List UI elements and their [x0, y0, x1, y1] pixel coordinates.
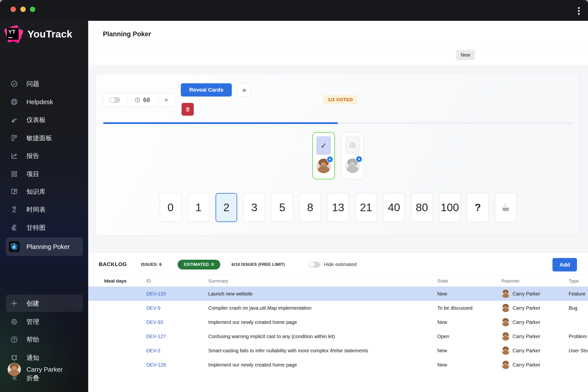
deck-card-value: 8	[307, 201, 313, 214]
helpdesk-icon	[10, 98, 18, 106]
timer-start-button[interactable]	[158, 93, 174, 106]
deck-card-40[interactable]: 40	[383, 193, 405, 222]
voter-card-waiting: ★	[341, 132, 364, 179]
backlog-table-body: DEV-120Launch new websiteNewCarry Parker…	[88, 287, 588, 372]
timer-control-group: 60	[103, 93, 175, 107]
state-cell: New	[437, 315, 447, 329]
deck-card-value: 40	[388, 201, 400, 214]
sidebar-item-label: 仪表板	[26, 116, 46, 124]
column-header-summary: Summary	[208, 275, 228, 287]
add-issue-button[interactable]: Add	[552, 258, 577, 272]
backlog-table-header: Ideal days ID Summary State Reporter Typ…	[88, 275, 588, 287]
dashboards-icon	[10, 116, 18, 124]
sidebar-item-projects[interactable]: 项目	[0, 165, 88, 183]
sidebar-item-knowledge-base[interactable]: 知识库	[0, 182, 88, 201]
deck-card-5[interactable]: 5	[272, 193, 293, 222]
state-cell: To be discussed	[437, 301, 472, 315]
deck-card-value: 100	[440, 201, 459, 214]
minimize-window-button[interactable]	[20, 6, 26, 12]
sidebar-item-label: 问题	[26, 80, 39, 88]
sidebar-item-reports[interactable]: 报告	[0, 147, 88, 165]
issue-id-link[interactable]: DEV-9	[146, 301, 160, 315]
deck-card-value: 0	[167, 201, 174, 214]
reporter-avatar	[502, 290, 510, 298]
play-icon	[163, 97, 170, 103]
skip-button[interactable]: »	[238, 83, 251, 96]
planning-poker-app-icon	[9, 241, 20, 252]
double-chevron-right-icon: »	[242, 86, 246, 94]
summary-cell: Compiler crash on java.util.Map implemen…	[208, 301, 312, 315]
sidebar-item-help[interactable]: ? 帮助	[0, 330, 88, 349]
vote-submitted-card: ✓	[316, 136, 331, 155]
deck-card-☕[interactable]: ☕	[495, 193, 516, 222]
youtrack-logo[interactable]: YT YouTrack	[4, 24, 72, 44]
reporter-cell: Carry Parker	[512, 344, 540, 358]
backlog-row-DEV-2[interactable]: DEV-2Smart-casting fails to infer nullab…	[88, 344, 588, 358]
page-title: Planning Poker	[103, 30, 151, 38]
create-button[interactable]: 创建	[6, 294, 83, 312]
window-titlebar	[0, 0, 588, 21]
voting-progress-bar	[103, 122, 572, 124]
issue-id-link[interactable]: DEV-93	[146, 315, 163, 329]
deck-card-0[interactable]: 0	[160, 193, 181, 222]
timer-toggle[interactable]	[110, 97, 120, 103]
free-limit-label: 6/10 ISSUES (FREE LIMIT)	[232, 262, 285, 267]
voter-card-voted: ✓ ★	[312, 132, 335, 179]
sidebar-item-admin[interactable]: 管理	[0, 312, 88, 331]
hide-estimated-toggle[interactable]	[309, 262, 320, 268]
backlog-title: BACKLOG	[99, 261, 127, 268]
gantt-icon	[10, 224, 18, 232]
sidebar-item-label: 管理	[26, 318, 39, 326]
issue-id-link[interactable]: DEV-2	[146, 344, 160, 358]
backlog-row-DEV-9[interactable]: DEV-9Compiler crash on java.util.Map imp…	[88, 301, 588, 315]
deck-card-value: 5	[279, 201, 285, 214]
issue-id-link[interactable]: DEV-127	[146, 329, 166, 344]
sidebar-item-label: 报告	[26, 152, 39, 160]
zoom-window-button[interactable]	[30, 6, 35, 12]
moderator-star-badge: ★	[326, 156, 333, 163]
issues-icon	[10, 80, 18, 88]
timer-seconds-value[interactable]: 60	[143, 97, 150, 103]
backlog-row-DEV-127[interactable]: DEV-127Confusing warning implicit cast t…	[88, 329, 588, 344]
backlog-row-DEV-128[interactable]: DEV-128Implement our newly created home …	[88, 358, 588, 372]
deck-card-21[interactable]: 21	[355, 193, 377, 222]
delete-button[interactable]	[182, 103, 194, 116]
close-window-button[interactable]	[10, 6, 16, 12]
backlog-row-DEV-93[interactable]: DEV-93Implement our newly created home p…	[88, 315, 588, 329]
deck-card-3[interactable]: 3	[244, 193, 265, 222]
deck-card-value: 2	[223, 201, 229, 214]
deck-card-100[interactable]: 100	[439, 193, 460, 222]
issue-id-link[interactable]: DEV-120	[146, 287, 166, 301]
sidebar-item-planning-poker[interactable]: Planning Poker	[6, 238, 83, 256]
sidebar-item-agile-boards[interactable]: 敏捷面板	[0, 129, 88, 147]
issue-id-link[interactable]: DEV-128	[146, 358, 166, 372]
sidebar-item-dashboards[interactable]: 仪表板	[0, 111, 88, 129]
kebab-menu-icon[interactable]	[576, 6, 582, 17]
deck-card-2[interactable]: 2	[216, 193, 237, 222]
sidebar-item-issues[interactable]: 问题	[0, 75, 88, 93]
backlog-row-DEV-120[interactable]: DEV-120Launch new websiteNewCarry Parker…	[88, 287, 588, 301]
sidebar-item-label: 项目	[26, 170, 39, 178]
deck-card-value: ?	[474, 202, 481, 214]
column-header-id: ID	[146, 275, 151, 287]
gear-icon	[10, 318, 18, 326]
deck-card-?[interactable]: ?	[467, 193, 488, 222]
summary-cell: Smart-casting fails to infer nullability…	[208, 344, 368, 358]
deck-card-value: 13	[332, 201, 344, 214]
deck-card-1[interactable]: 1	[188, 193, 209, 222]
sidebar-item-timesheets[interactable]: 时间表	[0, 200, 88, 218]
deck-card-80[interactable]: 80	[411, 193, 433, 222]
reveal-cards-button[interactable]: Reveal Cards	[181, 83, 232, 96]
sidebar-item-label: Helpdesk	[26, 98, 53, 106]
deck-card-8[interactable]: 8	[300, 193, 321, 222]
check-icon: ✓	[320, 141, 326, 150]
sidebar-item-helpdesk[interactable]: Helpdesk	[0, 93, 88, 111]
state-cell: Open	[437, 329, 449, 344]
issues-count-label: ISSUES: 6	[141, 262, 162, 267]
collapse-sidebar-button[interactable]: 折叠	[0, 369, 88, 387]
summary-cell: Implement our newly created home page	[208, 315, 297, 329]
reporter-avatar	[502, 304, 510, 312]
sidebar-item-gantt-charts[interactable]: 甘特图	[0, 218, 88, 237]
header-divider	[88, 48, 588, 48]
deck-card-13[interactable]: 13	[327, 193, 349, 222]
